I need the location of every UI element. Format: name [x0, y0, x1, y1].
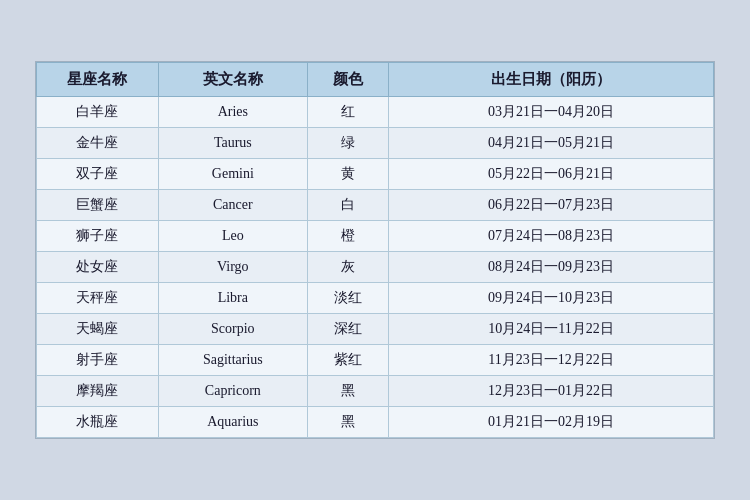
header-color: 颜色: [307, 63, 388, 97]
cell-date: 08月24日一09月23日: [389, 252, 714, 283]
cell-color: 深红: [307, 314, 388, 345]
cell-en-name: Leo: [158, 221, 307, 252]
table-row: 天蝎座Scorpio深红10月24日一11月22日: [37, 314, 714, 345]
cell-cn-name: 双子座: [37, 159, 159, 190]
cell-en-name: Virgo: [158, 252, 307, 283]
cell-en-name: Libra: [158, 283, 307, 314]
cell-cn-name: 水瓶座: [37, 407, 159, 438]
cell-cn-name: 摩羯座: [37, 376, 159, 407]
table-row: 金牛座Taurus绿04月21日一05月21日: [37, 128, 714, 159]
cell-color: 黑: [307, 407, 388, 438]
cell-color: 黄: [307, 159, 388, 190]
table-row: 双子座Gemini黄05月22日一06月21日: [37, 159, 714, 190]
cell-color: 紫红: [307, 345, 388, 376]
cell-date: 03月21日一04月20日: [389, 97, 714, 128]
cell-en-name: Taurus: [158, 128, 307, 159]
table-row: 狮子座Leo橙07月24日一08月23日: [37, 221, 714, 252]
cell-en-name: Gemini: [158, 159, 307, 190]
table-header-row: 星座名称 英文名称 颜色 出生日期（阳历）: [37, 63, 714, 97]
cell-date: 05月22日一06月21日: [389, 159, 714, 190]
table-row: 处女座Virgo灰08月24日一09月23日: [37, 252, 714, 283]
table-row: 白羊座Aries红03月21日一04月20日: [37, 97, 714, 128]
cell-date: 11月23日一12月22日: [389, 345, 714, 376]
cell-cn-name: 处女座: [37, 252, 159, 283]
cell-color: 白: [307, 190, 388, 221]
zodiac-table-container: 星座名称 英文名称 颜色 出生日期（阳历） 白羊座Aries红03月21日一04…: [35, 61, 715, 439]
cell-date: 10月24日一11月22日: [389, 314, 714, 345]
header-en-name: 英文名称: [158, 63, 307, 97]
cell-color: 黑: [307, 376, 388, 407]
table-row: 摩羯座Capricorn黑12月23日一01月22日: [37, 376, 714, 407]
cell-color: 红: [307, 97, 388, 128]
cell-cn-name: 天秤座: [37, 283, 159, 314]
cell-color: 淡红: [307, 283, 388, 314]
cell-date: 12月23日一01月22日: [389, 376, 714, 407]
header-date: 出生日期（阳历）: [389, 63, 714, 97]
cell-date: 07月24日一08月23日: [389, 221, 714, 252]
cell-date: 09月24日一10月23日: [389, 283, 714, 314]
cell-cn-name: 金牛座: [37, 128, 159, 159]
cell-cn-name: 射手座: [37, 345, 159, 376]
table-row: 水瓶座Aquarius黑01月21日一02月19日: [37, 407, 714, 438]
cell-en-name: Cancer: [158, 190, 307, 221]
zodiac-table: 星座名称 英文名称 颜色 出生日期（阳历） 白羊座Aries红03月21日一04…: [36, 62, 714, 438]
table-row: 射手座Sagittarius紫红11月23日一12月22日: [37, 345, 714, 376]
cell-cn-name: 狮子座: [37, 221, 159, 252]
cell-color: 绿: [307, 128, 388, 159]
table-row: 天秤座Libra淡红09月24日一10月23日: [37, 283, 714, 314]
header-cn-name: 星座名称: [37, 63, 159, 97]
cell-date: 06月22日一07月23日: [389, 190, 714, 221]
table-row: 巨蟹座Cancer白06月22日一07月23日: [37, 190, 714, 221]
cell-en-name: Aquarius: [158, 407, 307, 438]
cell-en-name: Capricorn: [158, 376, 307, 407]
cell-en-name: Scorpio: [158, 314, 307, 345]
cell-en-name: Aries: [158, 97, 307, 128]
cell-color: 橙: [307, 221, 388, 252]
cell-color: 灰: [307, 252, 388, 283]
cell-cn-name: 白羊座: [37, 97, 159, 128]
cell-cn-name: 巨蟹座: [37, 190, 159, 221]
cell-date: 01月21日一02月19日: [389, 407, 714, 438]
cell-en-name: Sagittarius: [158, 345, 307, 376]
cell-date: 04月21日一05月21日: [389, 128, 714, 159]
cell-cn-name: 天蝎座: [37, 314, 159, 345]
